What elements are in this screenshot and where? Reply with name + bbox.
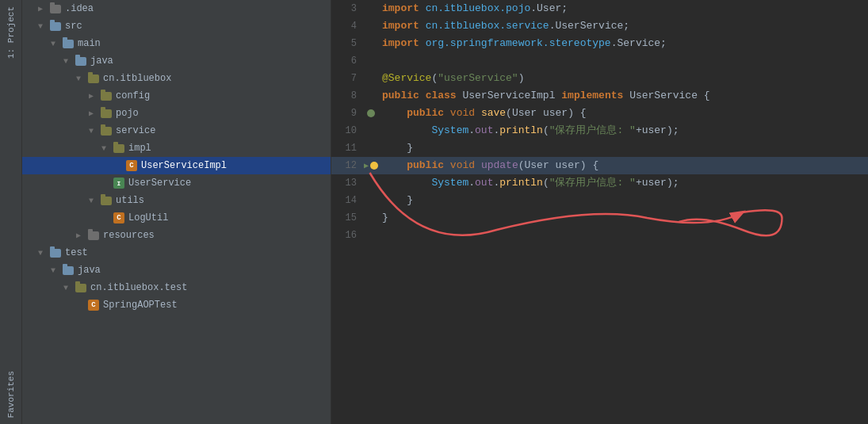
- no-arrow-userserviceimpl: ▶: [114, 161, 125, 170]
- gutter-12: ▶: [363, 161, 379, 170]
- class-icon-logutil: C: [113, 212, 125, 224]
- code-text-7: @Service("userService"): [379, 70, 524, 87]
- collapse-arrow-config: ▶: [89, 91, 100, 101]
- folder-icon-java: [75, 55, 87, 67]
- line-num-5: 5: [331, 38, 363, 49]
- tree-label-idea: .idea: [65, 3, 94, 14]
- folder-icon-service: [100, 124, 113, 137]
- tree-label-cn-test: cn.itbluebox.test: [90, 282, 187, 293]
- code-line-5: 5 import org.springframework.stereotype.…: [331, 35, 868, 52]
- collapse-arrow-resources: ▶: [76, 231, 87, 240]
- collapse-arrow-cn-test: ▼: [63, 284, 75, 292]
- tree-item-springaoptest[interactable]: ▶ C SpringAOPTest: [22, 296, 331, 314]
- line-num-16: 16: [331, 230, 363, 241]
- code-text-11: }: [379, 139, 413, 157]
- code-line-11: 11 }: [331, 139, 868, 157]
- code-line-13: 13 System.out.println("保存用户信息: "+user);: [331, 174, 868, 192]
- code-line-15: 15 }: [331, 209, 868, 227]
- code-line-14: 14 }: [331, 192, 868, 209]
- line-num-4: 4: [331, 21, 363, 32]
- folder-icon-src: [49, 20, 62, 32]
- folder-icon-test: [49, 246, 62, 259]
- tree-label-springaoptest: SpringAOPTest: [103, 300, 178, 311]
- folder-icon-java-test: [62, 264, 75, 277]
- line-num-3: 3: [331, 3, 363, 14]
- tree-item-utils[interactable]: ▼ utils: [22, 192, 331, 209]
- no-arrow-logutil: ▶: [101, 213, 113, 223]
- file-tree: ▶ .idea ▼ src ▼ main ▼ java ▼: [22, 0, 331, 424]
- tree-item-src[interactable]: ▼ src: [22, 17, 331, 35]
- code-content: 3 import cn.itbluebox.pojo.User; 4 impor…: [331, 0, 868, 244]
- collapse-arrow-java-test: ▼: [51, 266, 62, 275]
- collapse-arrow-test: ▼: [38, 249, 49, 258]
- code-line-9: 9 public void save(User user) {: [331, 105, 868, 122]
- tree-label-userserviceimpl: UserServiceImpl: [141, 160, 227, 171]
- panel-title[interactable]: 1: Project: [5, 0, 17, 65]
- tree-item-cn-test[interactable]: ▼ cn.itbluebox.test: [22, 279, 331, 296]
- collapse-arrow-utils: ▼: [89, 197, 100, 205]
- line-num-15: 15: [331, 212, 363, 223]
- tree-label-service: service: [116, 125, 155, 136]
- code-line-6: 6: [331, 52, 868, 70]
- collapse-arrow-src: ▼: [38, 22, 49, 31]
- folder-icon-idea: [49, 2, 62, 15]
- collapse-arrow-main: ▼: [51, 40, 62, 48]
- favorites-label[interactable]: Favorites: [5, 365, 17, 424]
- collapse-arrow-idea: ▶: [38, 4, 49, 13]
- tree-item-main[interactable]: ▼ main: [22, 35, 331, 52]
- folder-icon-config: [100, 90, 113, 102]
- collapse-arrow-service: ▼: [89, 127, 100, 136]
- line-num-7: 7: [331, 73, 363, 84]
- tree-item-service[interactable]: ▼ service: [22, 122, 331, 139]
- tree-label-userservice: UserService: [128, 178, 191, 189]
- collapse-arrow-impl: ▼: [101, 144, 113, 153]
- tree-label-java-test: java: [78, 265, 101, 276]
- class-icon-userservice: I: [113, 177, 125, 189]
- line-num-10: 10: [331, 125, 363, 136]
- folder-icon-impl: [113, 142, 125, 155]
- breakpoint-dot-12: [370, 162, 378, 170]
- tree-item-userserviceimpl[interactable]: ▶ C UserServiceImpl: [22, 157, 331, 174]
- tree-item-idea[interactable]: ▶ .idea: [22, 0, 331, 17]
- tree-label-cn: cn.itbluebox: [103, 73, 171, 84]
- tree-item-impl[interactable]: ▼ impl: [22, 139, 331, 157]
- tree-label-java: java: [90, 55, 113, 67]
- tree-label-main: main: [78, 38, 101, 49]
- line-num-11: 11: [331, 143, 363, 154]
- code-line-10: 10 System.out.println("保存用户信息: "+user);: [331, 122, 868, 139]
- code-text-3: import cn.itbluebox.pojo.User;: [379, 0, 568, 17]
- tree-item-java-test[interactable]: ▼ java: [22, 262, 331, 279]
- gutter-9: [363, 109, 379, 117]
- tree-item-cn-itbluebox[interactable]: ▼ cn.itbluebox: [22, 70, 331, 87]
- collapse-arrow-java: ▼: [63, 57, 75, 66]
- tree-label-pojo: pojo: [116, 108, 139, 119]
- no-arrow-springaoptest: ▶: [76, 300, 87, 310]
- folder-icon-cn: [87, 72, 100, 85]
- code-editor[interactable]: 3 import cn.itbluebox.pojo.User; 4 impor…: [331, 0, 868, 424]
- code-text-13: System.out.println("保存用户信息: "+user);: [379, 174, 679, 192]
- tree-item-userservice[interactable]: ▶ I UserService: [22, 174, 331, 192]
- line-num-13: 13: [331, 178, 363, 189]
- collapse-arrow-cn: ▼: [76, 74, 87, 83]
- code-text-5: import org.springframework.stereotype.Se…: [379, 35, 667, 52]
- code-line-8: 8 public class UserServiceImpl implement…: [331, 87, 868, 105]
- tree-item-test[interactable]: ▼ test: [22, 244, 331, 262]
- project-panel-label: 1: Project Favorites: [0, 0, 22, 424]
- folder-icon-cn-test: [75, 281, 87, 294]
- code-line-4: 4 import cn.itbluebox.service.UserServic…: [331, 17, 868, 35]
- tree-item-config[interactable]: ▶ config: [22, 87, 331, 105]
- code-text-15: }: [379, 209, 388, 227]
- class-icon-userserviceimpl: C: [125, 159, 138, 172]
- tree-item-resources[interactable]: ▶ resources: [22, 227, 331, 244]
- code-text-10: System.out.println("保存用户信息: "+user);: [379, 122, 679, 139]
- code-line-16: 16: [331, 227, 868, 244]
- tree-item-pojo[interactable]: ▶ pojo: [22, 105, 331, 122]
- tree-item-java[interactable]: ▼ java: [22, 52, 331, 70]
- run-indicator-9: [367, 109, 375, 117]
- run-indicator-12: ▶: [364, 161, 369, 170]
- tree-item-logutil[interactable]: ▶ C LogUtil: [22, 209, 331, 227]
- code-text-14: }: [379, 192, 413, 209]
- line-num-6: 6: [331, 55, 363, 67]
- code-text-12: public void update(User user) {: [379, 157, 598, 174]
- tree-label-utils: utils: [116, 195, 144, 206]
